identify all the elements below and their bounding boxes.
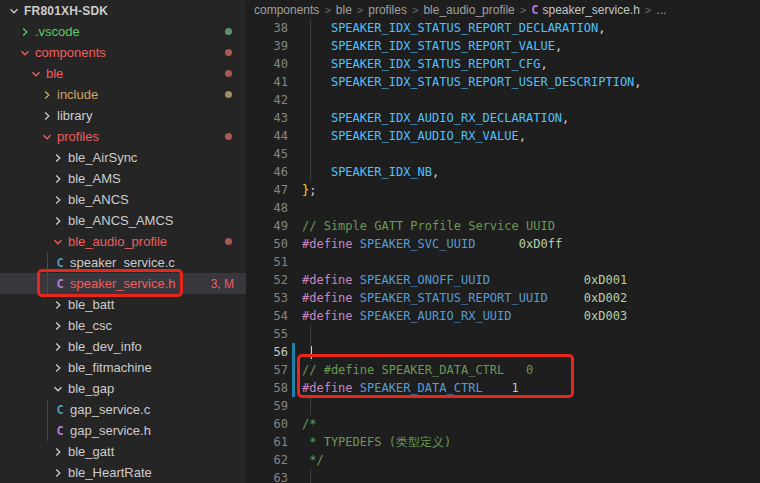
code-line-58[interactable]: 58#define SPEAKER_DATA_CTRL 1	[246, 379, 760, 397]
code-text: SPEAKER_IDX_STATUS_REPORT_DECLARATION,	[302, 19, 605, 37]
tree-folder-ble-gap[interactable]: ble_gap	[0, 378, 246, 399]
tree-folder-ble-gatt[interactable]: ble_gatt	[0, 441, 246, 462]
breadcrumb-item[interactable]: ble_audio_profile	[423, 3, 514, 17]
chevron-right-icon[interactable]	[50, 444, 66, 460]
chevron-right-icon[interactable]	[50, 171, 66, 187]
chevron-down-icon[interactable]	[28, 66, 44, 82]
line-number: 58	[246, 381, 288, 395]
code-line-63[interactable]: 63	[246, 469, 760, 483]
tree-folder-include[interactable]: include	[0, 84, 246, 105]
breadcrumb-file[interactable]: speaker_service.h	[542, 3, 639, 17]
tree-folder--vscode[interactable]: .vscode	[0, 21, 246, 42]
code-line-44[interactable]: 44 SPEAKER_IDX_AUDIO_RX_VALUE,	[246, 127, 760, 145]
tree-folder-ble-ancs-amcs[interactable]: ble_ANCS_AMCS	[0, 210, 246, 231]
code-line-61[interactable]: 61 * TYPEDEFS (类型定义)	[246, 433, 760, 451]
chevron-right-icon[interactable]	[50, 213, 66, 229]
chevron-right-icon[interactable]	[50, 297, 66, 313]
code-line-41[interactable]: 41 SPEAKER_IDX_STATUS_REPORT_USER_DESCRI…	[246, 73, 760, 91]
code-text: SPEAKER_IDX_AUDIO_RX_DECLARATION,	[302, 109, 569, 127]
chevron-right-icon[interactable]	[50, 339, 66, 355]
tree-item-label: speaker_service.c	[70, 255, 175, 270]
code-line-39[interactable]: 39 SPEAKER_IDX_STATUS_REPORT_VALUE,	[246, 37, 760, 55]
code-line-43[interactable]: 43 SPEAKER_IDX_AUDIO_RX_DECLARATION,	[246, 109, 760, 127]
tree-folder-ble-heartrate[interactable]: ble_HeartRate	[0, 462, 246, 483]
chevron-right-icon[interactable]	[39, 108, 55, 124]
code-line-55[interactable]: 55	[246, 325, 760, 343]
tree-folder-profiles[interactable]: profiles	[0, 126, 246, 147]
code-line-59[interactable]: 59	[246, 397, 760, 415]
tree-folder-ble-ancs[interactable]: ble_ANCS	[0, 189, 246, 210]
tree-item-label: gap_service.c	[70, 402, 150, 417]
code-line-42[interactable]: 42	[246, 91, 760, 109]
code-line-40[interactable]: 40 SPEAKER_IDX_STATUS_REPORT_CFG,	[246, 55, 760, 73]
code-line-57[interactable]: 57// #define SPEAKER_DATA_CTRL 0	[246, 361, 760, 379]
line-number: 46	[246, 165, 288, 179]
tree-item-label: ble_gatt	[68, 444, 114, 459]
code-line-56[interactable]: 56	[246, 343, 760, 361]
chevron-down-icon[interactable]	[50, 381, 66, 397]
chevron-right-icon[interactable]	[39, 87, 55, 103]
code-line-53[interactable]: 53#define SPEAKER_STATUS_REPORT_UUID 0xD…	[246, 289, 760, 307]
line-number: 61	[246, 435, 288, 449]
chevron-right-icon[interactable]	[50, 465, 66, 481]
tree-item-label: .vscode	[35, 24, 80, 39]
tree-item-label: ble_gap	[68, 381, 114, 396]
tree-folder-ble-ams[interactable]: ble_AMS	[0, 168, 246, 189]
chevron-right-icon[interactable]	[17, 24, 33, 40]
tree-file-speaker-service-c[interactable]: Cspeaker_service.c	[0, 252, 246, 273]
tree-item-label: ble_ANCS_AMCS	[68, 213, 174, 228]
c-purple-file-icon: C	[52, 277, 68, 291]
code-line-38[interactable]: 38 SPEAKER_IDX_STATUS_REPORT_DECLARATION…	[246, 19, 760, 37]
tree-folder-ble-airsync[interactable]: ble_AirSync	[0, 147, 246, 168]
decoration-dot-error	[225, 49, 232, 56]
tree-folder-ble-csc[interactable]: ble_csc	[0, 315, 246, 336]
tree-folder-ble[interactable]: ble	[0, 63, 246, 84]
chevron-right-icon[interactable]	[50, 318, 66, 334]
tree-file-gap-service-h[interactable]: Cgap_service.h	[0, 420, 246, 441]
code-line-46[interactable]: 46 SPEAKER_IDX_NB,	[246, 163, 760, 181]
code-line-52[interactable]: 52#define SPEAKER_ONOFF_UUID 0xD001	[246, 271, 760, 289]
code-text: */	[302, 451, 324, 469]
chevron-right-icon[interactable]	[50, 150, 66, 166]
code-line-45[interactable]: 45	[246, 145, 760, 163]
tree-folder-library[interactable]: library	[0, 105, 246, 126]
breadcrumb-item[interactable]: profiles	[368, 3, 407, 17]
code-line-60[interactable]: 60/*	[246, 415, 760, 433]
tree-folder-ble-audio-profile[interactable]: ble_audio_profile	[0, 231, 246, 252]
tree-folder-components[interactable]: components	[0, 42, 246, 63]
line-number: 40	[246, 57, 288, 71]
tree-item-label: gap_service.h	[70, 423, 151, 438]
line-number: 59	[246, 399, 288, 413]
breadcrumb-symbol[interactable]: ...	[656, 3, 666, 17]
code-line-49[interactable]: 49// Simple GATT Profile Service UUID	[246, 217, 760, 235]
chevron-right-icon[interactable]	[50, 360, 66, 376]
tree-file-speaker-service-h[interactable]: Cspeaker_service.h3, M	[0, 273, 246, 294]
line-number: 44	[246, 129, 288, 143]
breadcrumb-item[interactable]: components	[254, 3, 319, 17]
chevron-down-icon[interactable]	[17, 45, 33, 61]
code-area[interactable]: 38 SPEAKER_IDX_STATUS_REPORT_DECLARATION…	[246, 19, 760, 483]
breadcrumb: components>ble>profiles>ble_audio_profil…	[246, 0, 760, 19]
chevron-down-icon[interactable]	[50, 234, 66, 250]
breadcrumb-item[interactable]: ble	[336, 3, 352, 17]
tree-root-item[interactable]: FR801XH-SDK	[0, 0, 246, 21]
code-text: // Simple GATT Profile Service UUID	[302, 217, 555, 235]
line-number: 60	[246, 417, 288, 431]
tree-item-label: ble_AMS	[68, 171, 121, 186]
code-line-62[interactable]: 62 */	[246, 451, 760, 469]
code-line-50[interactable]: 50#define SPEAKER_SVC_UUID 0xD0ff	[246, 235, 760, 253]
tree-folder-ble-fitmachine[interactable]: ble_fitmachine	[0, 357, 246, 378]
code-line-47[interactable]: 47};	[246, 181, 760, 199]
code-text: SPEAKER_IDX_STATUS_REPORT_CFG,	[302, 55, 548, 73]
tree-folder-ble-dev-info[interactable]: ble_dev_info	[0, 336, 246, 357]
chevron-down-icon[interactable]	[6, 3, 22, 19]
chevron-down-icon[interactable]	[39, 129, 55, 145]
line-number: 47	[246, 183, 288, 197]
tree-file-gap-service-c[interactable]: Cgap_service.c	[0, 399, 246, 420]
tree-item-label: library	[57, 108, 92, 123]
tree-folder-ble-batt[interactable]: ble_batt	[0, 294, 246, 315]
code-line-48[interactable]: 48	[246, 199, 760, 217]
chevron-right-icon[interactable]	[50, 192, 66, 208]
code-line-51[interactable]: 51	[246, 253, 760, 271]
code-line-54[interactable]: 54#define SPEAKER_AURIO_RX_UUID 0xD003	[246, 307, 760, 325]
